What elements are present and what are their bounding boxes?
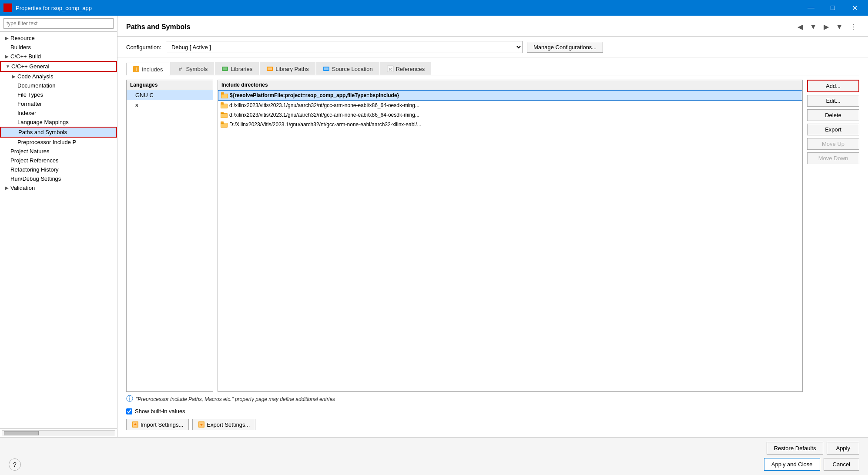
forward-button[interactable]: ▶ (821, 22, 831, 32)
horizontal-scrollbar[interactable] (2, 430, 115, 436)
language-item-gnu-c[interactable]: GNU C (127, 90, 213, 100)
forward-dropdown-button[interactable]: ▼ (833, 22, 845, 32)
delete-button[interactable]: Delete (807, 109, 859, 121)
include-item-path1[interactable]: d:/xilinx2023/vitis/2023.1/gnu/aarch32/n… (218, 101, 802, 110)
svg-text:R: R (389, 67, 392, 71)
sidebar-item-cpp-general[interactable]: ▼ C/C++ General (0, 61, 117, 72)
include-text-bsp: ${resolvePlatformFile:project=rsop_comp_… (230, 92, 399, 98)
sidebar-item-cpp-build[interactable]: ▶ C/C++ Build (0, 52, 117, 61)
help-button[interactable]: ? (9, 458, 21, 471)
minimize-button[interactable]: — (801, 0, 821, 16)
manage-configurations-button[interactable]: Manage Configurations... (527, 42, 603, 53)
edit-button[interactable]: Edit... (807, 95, 859, 107)
more-options-button[interactable]: ⋮ (847, 22, 859, 32)
restore-defaults-button[interactable]: Restore Defaults (767, 442, 824, 455)
close-button[interactable]: ✕ (845, 0, 865, 16)
sidebar-item-file-types[interactable]: File Types (0, 90, 117, 99)
export-settings-button[interactable]: Export Settings... (192, 419, 255, 430)
sidebar-item-indexer[interactable]: Indexer (0, 108, 117, 118)
cancel-button[interactable]: Cancel (824, 458, 859, 471)
sidebar-item-validation[interactable]: ▶ Validation (0, 183, 117, 192)
include-item-path2[interactable]: d:/xilinx2023/vitis/2023.1/gnu/aarch32/n… (218, 110, 802, 120)
svg-rect-26 (221, 123, 224, 124)
dialog-footer: Restore Defaults Apply ? Apply and Close… (0, 437, 868, 475)
svg-rect-18 (221, 104, 224, 104)
show-built-in-checkbox[interactable] (126, 408, 132, 414)
sidebar-item-refactoring-history[interactable]: Refactoring History (0, 165, 117, 174)
maximize-button[interactable]: □ (823, 0, 843, 16)
sidebar-filter-area (0, 16, 117, 32)
folder-icon (221, 92, 228, 99)
tab-includes-label: Includes (142, 66, 163, 73)
sidebar-item-label: Run/Debug Settings (10, 175, 61, 182)
sidebar-item-label: File Types (17, 91, 43, 98)
sidebar-item-label: Project References (10, 157, 59, 164)
move-up-button[interactable]: Move Up (807, 138, 859, 150)
configuration-select[interactable]: Debug [ Active ] (166, 41, 523, 53)
include-text-path1: d:/xilinx2023/vitis/2023.1/gnu/aarch32/n… (229, 102, 419, 108)
sidebar-scrollbar (0, 428, 117, 437)
language-item-s[interactable]: s (127, 100, 213, 110)
include-item-path3[interactable]: D:/Xilinx2023/Vitis/2023.1/gnu/aarch32/n… (218, 120, 802, 129)
tab-includes[interactable]: I Includes (126, 63, 169, 75)
sidebar-item-label: C/C++ Build (10, 53, 41, 60)
tab-libraries-label: Libraries (231, 66, 252, 72)
app-icon (3, 3, 12, 12)
tab-library-paths[interactable]: Library Paths (260, 62, 315, 75)
export-button[interactable]: Export (807, 124, 859, 135)
sidebar-item-label: Project Natures (10, 148, 50, 155)
filter-input[interactable] (3, 18, 114, 29)
add-button[interactable]: Add... (807, 80, 859, 92)
include-item-bsp[interactable]: ${resolvePlatformFile:project=rsop_comp_… (218, 90, 802, 101)
tab-libraries[interactable]: Libraries (215, 62, 259, 75)
languages-header: Languages (127, 80, 213, 90)
tab-content-includes: Languages GNU C s Include directories (117, 75, 868, 437)
tab-symbols[interactable]: # Symbols (170, 62, 214, 75)
sidebar-item-label: Refactoring History (10, 166, 59, 173)
tree-arrow: ▶ (3, 54, 10, 59)
title-bar: Properties for rsop_comp_app — □ ✕ (0, 0, 868, 16)
back-button[interactable]: ◀ (795, 22, 805, 32)
sidebar-item-project-references[interactable]: Project References (0, 156, 117, 165)
sidebar-item-code-analysis[interactable]: ▶ Code Analysis (0, 72, 117, 81)
include-directories-panel: Include directories (218, 80, 803, 392)
import-settings-label: Import Settings... (141, 421, 183, 428)
apply-button[interactable]: Apply (827, 442, 859, 455)
sidebar-item-builders[interactable]: Builders (0, 43, 117, 52)
sidebar-tree: ▶ Resource Builders ▶ C/C++ Build (0, 32, 117, 428)
includes-icon: I (133, 66, 140, 73)
tab-references[interactable]: R References (380, 62, 431, 75)
languages-list: GNU C s (127, 90, 213, 391)
svg-rect-22 (221, 113, 224, 114)
sidebar-item-run-debug[interactable]: Run/Debug Settings (0, 174, 117, 183)
sidebar-item-project-natures[interactable]: Project Natures (0, 147, 117, 156)
sidebar-item-preprocessor[interactable]: Preprocessor Include P (0, 138, 117, 147)
sidebar-item-language-mappings[interactable]: Language Mappings (0, 118, 117, 127)
sidebar-item-label: Language Mappings (17, 119, 69, 125)
sidebar-item-resource[interactable]: ▶ Resource (0, 34, 117, 43)
svg-rect-14 (221, 94, 224, 94)
dialog: ▶ Resource Builders ▶ C/C++ Build (0, 16, 868, 475)
back-dropdown-button[interactable]: ▼ (807, 22, 819, 32)
apply-and-close-button[interactable]: Apply and Close (764, 458, 820, 471)
include-text-path3: D:/Xilinx2023/Vitis/2023.1/gnu/aarch32/n… (229, 121, 421, 128)
title-bar-controls: — □ ✕ (801, 0, 865, 16)
sidebar: ▶ Resource Builders ▶ C/C++ Build (0, 16, 117, 437)
tab-source-location[interactable]: Source Location (316, 62, 379, 75)
library-paths-icon (266, 65, 273, 72)
sidebar-item-formatter[interactable]: Formatter (0, 99, 117, 108)
sidebar-item-label: Indexer (17, 110, 36, 116)
scrollbar-thumb (4, 431, 39, 435)
sidebar-item-documentation[interactable]: Documentation (0, 81, 117, 90)
import-settings-button[interactable]: Import Settings... (126, 419, 189, 430)
tab-symbols-label: Symbols (186, 66, 208, 72)
sidebar-item-paths-and-symbols[interactable]: Paths and Symbols (0, 127, 117, 138)
sidebar-item-label: C/C++ General (11, 63, 49, 70)
show-built-in-row: Show built-in values (126, 406, 859, 416)
info-row: ⓘ "Preprocessor Include Paths, Macros et… (126, 392, 859, 406)
languages-panel: Languages GNU C s (126, 80, 213, 392)
move-down-button[interactable]: Move Down (807, 152, 859, 164)
footer-top-row: Restore Defaults Apply (9, 442, 859, 455)
folder-icon (221, 111, 228, 118)
export-settings-label: Export Settings... (207, 421, 250, 428)
